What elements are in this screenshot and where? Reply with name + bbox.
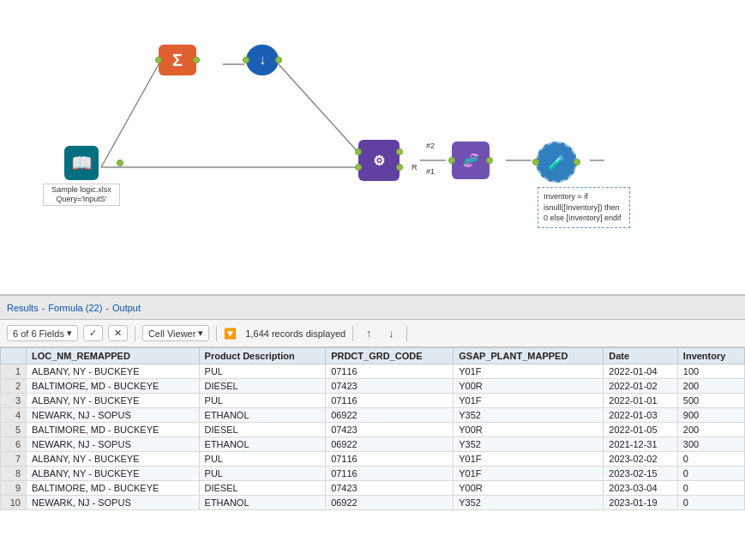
sum-output-connector — [193, 57, 200, 63]
cell-date: 2021-12-31 — [604, 437, 678, 452]
cell-plant: Y352 — [454, 437, 604, 452]
data-table-container[interactable]: LOC_NM_REMAPPED Product Description PRDC… — [0, 347, 745, 560]
cell-plant: Y00R — [454, 423, 604, 437]
cell-viewer-button[interactable]: Cell Viewer ▾ — [142, 325, 209, 341]
cell-inventory: 200 — [677, 379, 744, 394]
toolbar-sep3 — [352, 326, 353, 341]
formula-label[interactable]: Formula (22) — [48, 303, 102, 313]
results-header: Results - Formula (22) - Output — [0, 296, 745, 320]
cell-record: 9 — [1, 481, 27, 496]
cell-inventory: 0 — [677, 467, 744, 481]
regex-output-connector — [486, 157, 493, 164]
table-row: 2 BALTIMORE, MD - BUCKEYE DIESEL 07423 Y… — [1, 379, 745, 394]
fields-button[interactable]: 6 of 6 Fields ▾ — [7, 325, 78, 341]
cell-code: 07116 — [326, 467, 454, 481]
cell-product: PUL — [199, 394, 326, 408]
join-input-l-connector — [355, 148, 362, 155]
table-row: 6 NEWARK, NJ - SOPUS ETHANOL 06922 Y352 … — [1, 437, 745, 452]
table-row: 7 ALBANY, NY - BUCKEYE PUL 07116 Y01F 20… — [1, 452, 745, 467]
col-code[interactable]: PRDCT_GRD_CODE — [326, 348, 454, 364]
cell-plant: Y00R — [454, 481, 604, 496]
cell-loc: BALTIMORE, MD - BUCKEYE — [27, 423, 200, 437]
cell-inventory: 0 — [677, 481, 744, 496]
results-toolbar: 6 of 6 Fields ▾ ✓ ✕ Cell Viewer ▾ 🔽 1,64… — [0, 320, 745, 347]
output-label[interactable]: Output — [112, 303, 141, 313]
table-row: 9 BALTIMORE, MD - BUCKEYE DIESEL 07423 Y… — [1, 481, 745, 496]
svg-text:#1: #1 — [426, 167, 435, 176]
cell-plant: Y01F — [454, 452, 604, 467]
cell-code: 07423 — [326, 379, 454, 394]
table-row: 1 ALBANY, NY - BUCKEYE PUL 07116 Y01F 20… — [1, 364, 745, 379]
cell-code: 06922 — [326, 437, 454, 452]
cell-product: PUL — [199, 364, 326, 379]
cell-plant: Y01F — [454, 394, 604, 408]
toolbar-sep2 — [216, 326, 217, 341]
col-product[interactable]: Product Description — [199, 348, 326, 364]
cell-inventory: 200 — [677, 423, 744, 437]
regex-node[interactable]: 🧬 — [452, 142, 490, 179]
cell-loc: BALTIMORE, MD - BUCKEYE — [27, 379, 200, 394]
summarize-node[interactable]: Σ — [159, 45, 196, 75]
cell-date: 2023-02-15 — [604, 467, 678, 481]
cell-loc: BALTIMORE, MD - BUCKEYE — [27, 481, 200, 496]
formula-node[interactable]: 🧪 — [536, 142, 577, 183]
sort-down-button[interactable]: ↓ — [382, 325, 400, 342]
cell-loc: NEWARK, NJ - SOPUS — [27, 496, 200, 510]
checkmark-button[interactable]: ✓ — [83, 325, 103, 341]
cell-inventory: 900 — [677, 408, 744, 423]
cell-product: ETHANOL — [199, 408, 326, 423]
cell-code: 07116 — [326, 452, 454, 467]
input-node[interactable]: 📖 Sample logic.xlsx Query='InputS' — [43, 146, 120, 206]
formula-input-connector — [532, 159, 539, 166]
cell-record: 1 — [1, 364, 27, 379]
input-node-label: Sample logic.xlsx Query='InputS' — [43, 184, 120, 206]
cell-loc: ALBANY, NY - BUCKEYE — [27, 452, 200, 467]
x-button[interactable]: ✕ — [108, 325, 128, 341]
cell-date: 2022-01-04 — [604, 364, 678, 379]
col-inventory[interactable]: Inventory — [677, 348, 744, 364]
cell-record: 7 — [1, 452, 27, 467]
cell-record: 5 — [1, 423, 27, 437]
cell-date: 2023-02-02 — [604, 452, 678, 467]
data-table: LOC_NM_REMAPPED Product Description PRDC… — [0, 347, 745, 510]
cell-date: 2022-01-05 — [604, 423, 678, 437]
cell-product: PUL — [199, 467, 326, 481]
table-row: 8 ALBANY, NY - BUCKEYE PUL 07116 Y01F 20… — [1, 467, 745, 481]
cell-plant: Y01F — [454, 467, 604, 481]
join-output-top-connector — [396, 148, 403, 155]
cell-viewer-chevron-icon: ▾ — [198, 328, 203, 339]
cell-product: DIESEL — [199, 379, 326, 394]
select-node[interactable]: ↓ — [246, 45, 279, 75]
table-row: 4 NEWARK, NJ - SOPUS ETHANOL 06922 Y352 … — [1, 408, 745, 423]
col-date[interactable]: Date — [604, 348, 678, 364]
col-plant[interactable]: GSAP_PLANT_MAPPED — [454, 348, 604, 364]
sort-up-button[interactable]: ↑ — [360, 325, 377, 342]
records-count: 1,644 records displayed — [245, 328, 345, 339]
cell-date: 2023-01-19 — [604, 496, 678, 510]
cell-product: PUL — [199, 452, 326, 467]
results-label[interactable]: Results — [7, 303, 39, 313]
cell-code: 06922 — [326, 496, 454, 510]
cell-record: 3 — [1, 394, 27, 408]
cell-plant: Y00R — [454, 379, 604, 394]
cell-date: 2022-01-03 — [604, 408, 678, 423]
cell-code: 07116 — [326, 394, 454, 408]
cell-loc: ALBANY, NY - BUCKEYE — [27, 394, 200, 408]
col-loc[interactable]: LOC_NM_REMAPPED — [27, 348, 200, 364]
col-record[interactable] — [1, 348, 27, 364]
cell-record: 8 — [1, 467, 27, 481]
cell-record: 4 — [1, 408, 27, 423]
header-separator2: - — [105, 303, 109, 313]
toolbar-sep1 — [135, 326, 135, 341]
cell-code: 07423 — [326, 481, 454, 496]
cell-code: 07116 — [326, 364, 454, 379]
summarize-icon: Σ — [159, 45, 196, 75]
select-output-connector — [275, 57, 282, 63]
formula-tooltip: Inventory = if isnull([Inventory]) then … — [538, 187, 630, 228]
join-node[interactable]: ⚙ — [358, 140, 400, 181]
regex-icon: 🧬 — [452, 142, 490, 179]
fields-chevron-icon: ▾ — [67, 328, 72, 339]
cell-product: DIESEL — [199, 481, 326, 496]
cell-plant: Y352 — [454, 408, 604, 423]
table-row: 10 NEWARK, NJ - SOPUS ETHANOL 06922 Y352… — [1, 496, 745, 510]
